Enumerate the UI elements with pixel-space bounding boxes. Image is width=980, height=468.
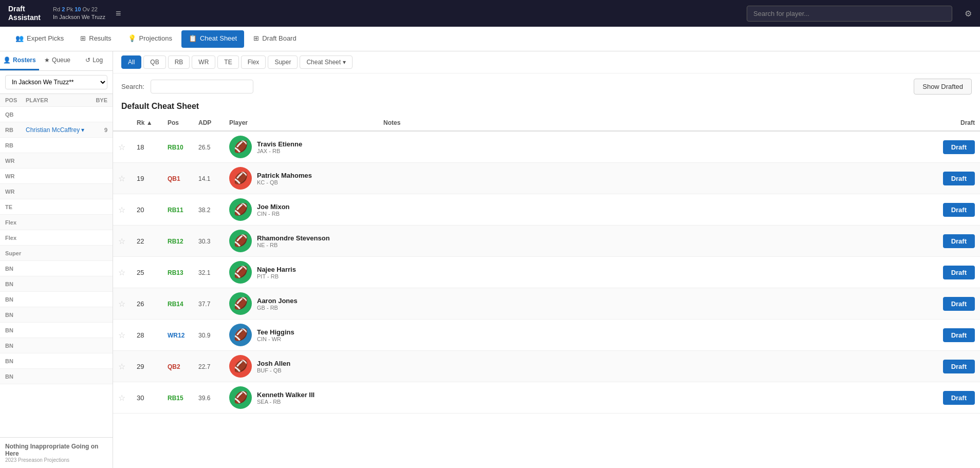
- star-cell[interactable]: ☆: [113, 320, 132, 351]
- th-rank[interactable]: Rk ▲: [132, 115, 162, 131]
- cheat-sheet-dropdown[interactable]: Cheat Sheet ▾: [300, 55, 353, 69]
- tab-cheat-sheet[interactable]: 📋 Cheat Sheet: [181, 30, 244, 48]
- player-full-name[interactable]: Patrick Mahomes: [257, 172, 312, 179]
- player-full-name[interactable]: Kenneth Walker III: [257, 391, 315, 399]
- draft-player-button[interactable]: Draft: [943, 360, 975, 373]
- sidebar-tab-log[interactable]: ↺ Log: [76, 51, 113, 70]
- filter-rb-btn[interactable]: RB: [168, 55, 190, 69]
- favorite-star-btn[interactable]: ☆: [118, 142, 125, 152]
- draft-player-button[interactable]: Draft: [943, 328, 975, 342]
- tab-expert-picks[interactable]: 👥 Expert Picks: [8, 30, 71, 48]
- favorite-star-btn[interactable]: ☆: [118, 362, 125, 371]
- queue-icon: ★: [44, 57, 50, 64]
- player-full-name[interactable]: Aaron Jones: [257, 297, 298, 305]
- draft-cell: Draft: [929, 131, 980, 163]
- player-search-input[interactable]: [747, 6, 952, 22]
- player-full-name[interactable]: Najee Harris: [257, 266, 296, 273]
- th-player: Player: [224, 115, 378, 131]
- player-full-name[interactable]: Tee Higgins: [257, 328, 294, 336]
- draft-player-button[interactable]: Draft: [943, 203, 975, 217]
- notes-cell[interactable]: [378, 163, 929, 194]
- favorite-star-btn[interactable]: ☆: [118, 236, 125, 246]
- show-drafted-button[interactable]: Show Drafted: [914, 79, 972, 95]
- notes-cell[interactable]: [378, 131, 929, 163]
- favorite-star-btn[interactable]: ☆: [118, 268, 125, 277]
- table-row: ☆ 18 RB10 26.5 🏈 Travis Etienne JAX - RB: [113, 131, 980, 163]
- player-avatar: 🏈: [229, 167, 252, 190]
- filter-super-btn[interactable]: Super: [268, 55, 298, 69]
- player-full-name[interactable]: Travis Etienne: [257, 140, 302, 148]
- adp-cell: 30.9: [193, 320, 224, 351]
- roster-row: TE: [0, 199, 113, 215]
- table-row: ☆ 22 RB12 30.3 🏈 Rhamondre Stevenson NE …: [113, 226, 980, 257]
- player-avatar: 🏈: [229, 386, 252, 409]
- player-full-name[interactable]: Josh Allen: [257, 360, 290, 367]
- star-cell[interactable]: ☆: [113, 163, 132, 194]
- star-cell[interactable]: ☆: [113, 351, 132, 382]
- draft-player-button[interactable]: Draft: [943, 391, 975, 405]
- position-badge: QB2: [168, 363, 180, 370]
- settings-gear-icon[interactable]: ⚙: [965, 9, 972, 18]
- adp-cell: 26.5: [193, 131, 224, 163]
- draft-cell: Draft: [929, 351, 980, 382]
- draft-player-button[interactable]: Draft: [943, 140, 975, 154]
- player-avatar: 🏈: [229, 292, 252, 315]
- player-cell: 🏈 Patrick Mahomes KC - QB: [224, 163, 378, 194]
- filter-wr-btn[interactable]: WR: [192, 55, 215, 69]
- projections-label: Projections: [139, 34, 172, 42]
- filter-te-btn[interactable]: TE: [217, 55, 238, 69]
- notes-cell[interactable]: [378, 257, 929, 288]
- notes-cell[interactable]: [378, 288, 929, 320]
- content-area: All QB RB WR TE Flex Super Cheat Sheet ▾…: [113, 51, 980, 468]
- tab-draft-board[interactable]: ⊞ Draft Board: [246, 30, 303, 48]
- sidebar-tab-rosters[interactable]: 👤 Rosters: [0, 51, 39, 70]
- favorite-star-btn[interactable]: ☆: [118, 205, 125, 215]
- table-row: ☆ 26 RB14 37.7 🏈 Aaron Jones GB - RB: [113, 288, 980, 320]
- player-full-name[interactable]: Rhamondre Stevenson: [257, 234, 330, 242]
- roster-bye-rb1: 9: [87, 127, 107, 133]
- tab-results[interactable]: ⊞ Results: [73, 30, 118, 48]
- notes-cell[interactable]: [378, 382, 929, 414]
- player-info: Josh Allen BUF - QB: [257, 360, 290, 373]
- draft-player-button[interactable]: Draft: [943, 172, 975, 185]
- filter-flex-btn[interactable]: Flex: [241, 55, 266, 69]
- roster-player-rb1[interactable]: Christian McCaffrey ▾: [26, 126, 87, 134]
- notes-cell[interactable]: [378, 351, 929, 382]
- pos-cell: RB12: [162, 226, 193, 257]
- draft-player-button[interactable]: Draft: [943, 297, 975, 311]
- roster-row: BN: [0, 261, 113, 276]
- star-cell[interactable]: ☆: [113, 226, 132, 257]
- filter-all-btn[interactable]: All: [121, 55, 141, 69]
- roster-row: BN: [0, 323, 113, 338]
- roster-row: BN: [0, 276, 113, 292]
- favorite-star-btn[interactable]: ☆: [118, 299, 125, 309]
- chevron-down-icon: ▾: [343, 59, 346, 66]
- star-cell[interactable]: ☆: [113, 131, 132, 163]
- team-selector[interactable]: In Jackson We Truzz**: [0, 71, 113, 94]
- avatar-emoji: 🏈: [234, 140, 248, 154]
- sidebar-tab-queue[interactable]: ★ Queue: [39, 51, 76, 70]
- notes-cell[interactable]: [378, 226, 929, 257]
- star-cell[interactable]: ☆: [113, 288, 132, 320]
- player-team: PIT - RB: [257, 273, 296, 279]
- favorite-star-btn[interactable]: ☆: [118, 330, 125, 340]
- star-cell[interactable]: ☆: [113, 194, 132, 226]
- star-cell[interactable]: ☆: [113, 382, 132, 414]
- favorite-star-btn[interactable]: ☆: [118, 174, 125, 183]
- rank-number: 28: [137, 331, 144, 339]
- favorite-star-btn[interactable]: ☆: [118, 393, 125, 403]
- team-select-dropdown[interactable]: In Jackson We Truzz**: [5, 75, 107, 89]
- rosters-icon: 👤: [3, 57, 11, 64]
- draft-player-button[interactable]: Draft: [943, 234, 975, 248]
- hamburger-menu-icon[interactable]: ≡: [114, 6, 123, 21]
- adp-cell: 22.7: [193, 351, 224, 382]
- star-cell[interactable]: ☆: [113, 257, 132, 288]
- notes-cell[interactable]: [378, 194, 929, 226]
- tab-projections[interactable]: 💡 Projections: [121, 30, 179, 48]
- adp-value: 14.1: [198, 175, 210, 182]
- player-filter-input[interactable]: [151, 80, 253, 93]
- player-full-name[interactable]: Joe Mixon: [257, 203, 290, 211]
- filter-qb-btn[interactable]: QB: [143, 55, 165, 69]
- notes-cell[interactable]: [378, 320, 929, 351]
- draft-player-button[interactable]: Draft: [943, 266, 975, 279]
